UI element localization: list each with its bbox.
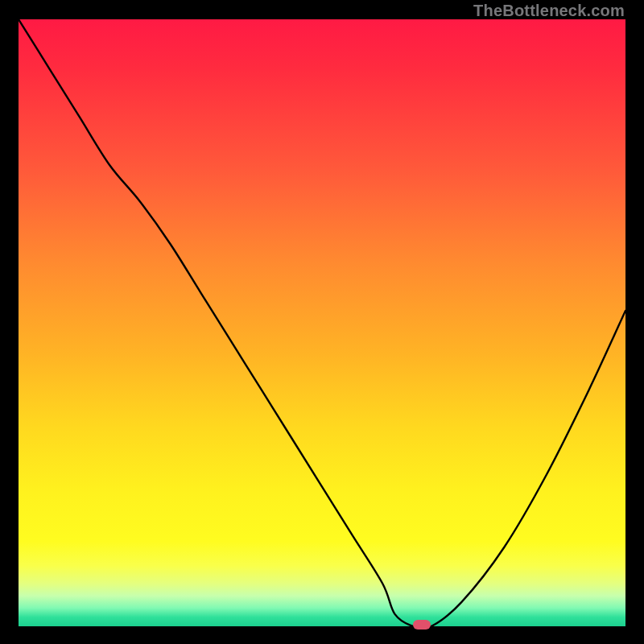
optimal-marker: [413, 620, 431, 630]
watermark-text: TheBottleneck.com: [473, 2, 625, 20]
bottleneck-curve: [19, 19, 625, 626]
